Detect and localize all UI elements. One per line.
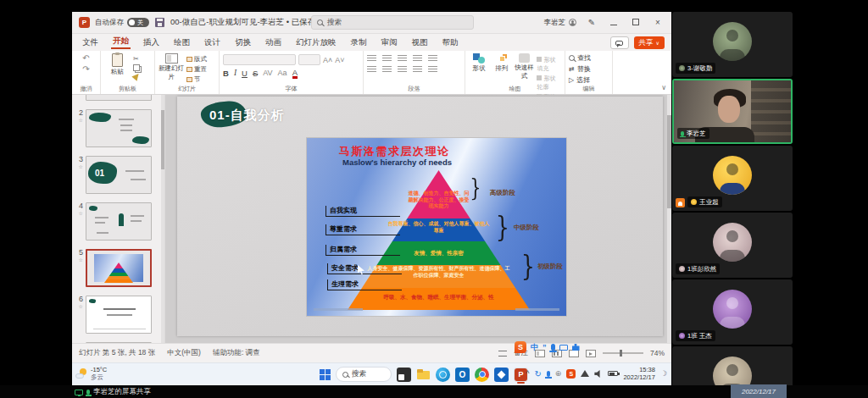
quick-styles-button[interactable]: 快速样式 (515, 53, 535, 85)
participant-tile-6[interactable]: 4-穆海麦提艾力 (672, 346, 793, 385)
minimize-button[interactable] (607, 18, 620, 27)
columns-icon[interactable] (428, 66, 437, 73)
slide-thumb-2[interactable] (86, 109, 152, 147)
comments-button[interactable] (610, 36, 629, 49)
autosave-switch[interactable]: 关 (127, 18, 149, 27)
language-status[interactable]: 中文(中国) (167, 348, 201, 358)
ime-toolbox-icon[interactable] (572, 344, 580, 351)
font-color-button[interactable]: A (292, 68, 298, 79)
cut-icon[interactable]: ✂ (133, 55, 140, 63)
numbering-icon[interactable] (382, 55, 392, 62)
reset-button[interactable]: 重置 (186, 65, 207, 74)
canvas-scrollbar[interactable] (667, 95, 671, 343)
align-center-icon[interactable] (382, 66, 392, 73)
globe-icon[interactable]: ⊕ (555, 369, 562, 378)
arrange-button[interactable]: 排列 (492, 53, 512, 85)
ime-mode-chinese[interactable]: 中 (531, 342, 538, 353)
format-painter-icon[interactable] (131, 71, 141, 80)
outlook-icon[interactable]: O (455, 368, 470, 382)
tab-file[interactable]: 文件 (81, 36, 100, 49)
speaker-icon[interactable] (594, 370, 603, 378)
tab-draw[interactable]: 绘图 (172, 36, 192, 49)
file-explorer-icon[interactable] (416, 368, 431, 382)
close-button[interactable]: × (651, 18, 665, 27)
share-button[interactable]: 共享∨ (634, 36, 665, 49)
slide-thumb-5-selected[interactable] (86, 249, 152, 287)
participant-tile-3[interactable]: 王业超 (672, 146, 793, 211)
layout-button[interactable]: 版式 (186, 55, 207, 64)
sync-icon[interactable]: ↻ (534, 369, 541, 379)
underline-button[interactable]: U (242, 69, 248, 78)
line-spacing-icon[interactable] (428, 55, 437, 62)
task-view-button[interactable] (397, 368, 411, 382)
participant-tile-1[interactable]: 3-谢敬勋 (672, 12, 793, 77)
battery-icon[interactable] (608, 371, 618, 376)
sogou-tray-icon[interactable]: S (566, 369, 576, 379)
replace-button[interactable]: ⇄替换 (569, 64, 609, 74)
scroll-thumb[interactable] (667, 115, 671, 208)
restore-button[interactable] (629, 18, 643, 27)
tab-transitions[interactable]: 切换 (233, 36, 253, 49)
ime-punctuation-icon[interactable]: ” (542, 343, 547, 351)
strikethrough-button[interactable]: S (253, 69, 258, 78)
autosave-toggle[interactable]: 自动保存 关 (95, 18, 149, 28)
ime-keyboard-icon[interactable] (559, 345, 568, 351)
scroll-thumb[interactable] (161, 110, 164, 169)
search-input[interactable]: 搜索 (311, 15, 474, 30)
slide[interactable]: 01-自我分析 马斯洛需求层次理论 Maslow's hierarchy of … (177, 97, 663, 336)
justify-icon[interactable] (413, 66, 422, 73)
chrome-icon[interactable] (475, 368, 489, 382)
taskbar-search[interactable]: 搜索 (336, 367, 392, 382)
weather-widget[interactable]: -15°C多云 (75, 366, 107, 381)
tab-review[interactable]: 审阅 (380, 36, 399, 49)
align-left-icon[interactable] (367, 66, 376, 73)
sogou-logo-icon[interactable]: S (515, 341, 526, 353)
tray-mic-icon[interactable] (547, 371, 550, 377)
wifi-icon[interactable] (581, 370, 589, 377)
maslow-figure[interactable]: 马斯洛需求层次理论 Maslow's hierarchy of needs 道德… (306, 137, 567, 317)
taskbar-clock[interactable]: 15:38 2022/12/17 (623, 366, 655, 382)
zoom-percent[interactable]: 74% (650, 349, 665, 357)
paste-button[interactable]: 粘贴 (104, 53, 130, 85)
tray-chevron-up[interactable]: ^ (526, 369, 529, 378)
align-right-icon[interactable] (398, 66, 407, 73)
tab-slideshow[interactable]: 幻灯片放映 (294, 36, 338, 49)
zoom-slider[interactable] (603, 352, 643, 354)
tab-animations[interactable]: 动画 (264, 36, 283, 49)
account-chip[interactable]: 李岩芝 (544, 18, 577, 28)
participant-tile-4[interactable]: 1班彭欣然 (672, 213, 793, 278)
tab-design[interactable]: 设计 (203, 36, 222, 49)
select-button[interactable]: ▷选择 (569, 75, 609, 85)
zoom-slider-thumb[interactable] (620, 350, 622, 357)
find-button[interactable]: 查找 (569, 53, 609, 63)
photos-app-icon[interactable] (494, 368, 509, 382)
font-name-select[interactable] (223, 54, 296, 65)
undo-icon[interactable]: ↶ (82, 53, 89, 63)
tab-record[interactable]: 录制 (349, 36, 369, 49)
shapes-button[interactable]: 形状 (469, 53, 489, 85)
start-button[interactable] (320, 369, 331, 380)
copy-icon[interactable] (133, 64, 140, 71)
slide-thumb-3[interactable]: 01 (86, 156, 152, 194)
grow-font-icon[interactable]: A˄ (323, 56, 332, 64)
moon-icon[interactable]: ☽ (660, 369, 667, 378)
shape-fill-button[interactable]: 形状填充 (537, 56, 561, 73)
indent-increase-icon[interactable] (413, 55, 422, 62)
meeting-app-icon[interactable] (436, 368, 450, 382)
character-spacing-icon[interactable]: AV (263, 69, 272, 77)
change-case-icon[interactable]: Aa (278, 69, 287, 77)
accessibility-status[interactable]: 辅助功能: 调查 (213, 348, 260, 358)
italic-button[interactable]: I (234, 69, 236, 77)
collapse-ribbon-icon[interactable]: ∨ (661, 84, 666, 91)
slide-thumb-6[interactable] (86, 296, 152, 334)
slide-thumb-1-partial[interactable] (86, 95, 152, 101)
tab-help[interactable]: 帮助 (441, 36, 460, 49)
participant-tile-2-active-speaker[interactable]: 李岩芝 (672, 79, 793, 144)
slide-thumb-4[interactable] (86, 202, 152, 240)
tab-view[interactable]: 视图 (410, 36, 430, 49)
tab-insert[interactable]: 插入 (142, 36, 161, 49)
pencil-icon[interactable]: ✎ (585, 18, 598, 27)
participant-tile-5[interactable]: 1班 王杰 (672, 279, 793, 345)
ime-mic-icon[interactable] (551, 344, 555, 351)
section-button[interactable]: 节 (186, 75, 207, 84)
